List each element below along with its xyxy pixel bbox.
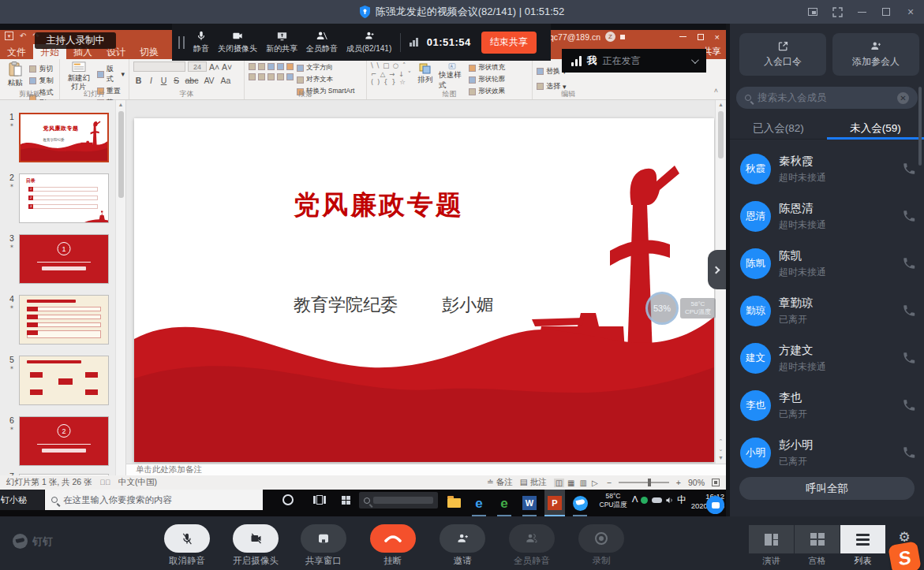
language-indicator[interactable]: 中文(中国) bbox=[118, 477, 157, 488]
camera-on-button[interactable] bbox=[233, 524, 279, 553]
camera-off-button[interactable]: 关闭摄像头 bbox=[218, 30, 257, 54]
tray-volume-icon[interactable] bbox=[665, 490, 674, 510]
change-case-button[interactable]: Aa bbox=[219, 76, 233, 85]
participant-row[interactable]: 秋霞 秦秋霞超时未接通 bbox=[740, 145, 916, 192]
tab-not-joined[interactable]: 未入会(59) bbox=[827, 117, 924, 139]
collapse-ribbon-icon[interactable]: ˄ bbox=[714, 87, 718, 95]
hang-up-button[interactable] bbox=[370, 524, 416, 553]
zoom-slider[interactable] bbox=[619, 482, 669, 483]
spellcheck-icon[interactable]: ✓⃞ bbox=[100, 479, 111, 486]
slide-thumbnail-7[interactable] bbox=[19, 474, 109, 475]
undo-icon[interactable]: ↶ bbox=[20, 32, 26, 40]
fit-to-window-icon[interactable] bbox=[712, 479, 720, 486]
pip-mode-icon[interactable] bbox=[807, 6, 818, 17]
tray-expand-icon[interactable]: ˄ bbox=[631, 490, 638, 510]
shape-fill-button[interactable]: 形状填充 bbox=[469, 63, 505, 73]
tab-joined[interactable]: 已入会(82) bbox=[730, 117, 827, 139]
participant-row[interactable]: 勤琼 章勤琼已离开 bbox=[740, 287, 916, 334]
align-controls[interactable] bbox=[249, 73, 294, 80]
cut-button[interactable]: 剪切 bbox=[29, 64, 55, 74]
participant-scrollbar[interactable] bbox=[918, 87, 922, 166]
align-text-button[interactable]: 对齐文本 bbox=[297, 75, 354, 84]
arrange-button[interactable]: 排列 bbox=[415, 61, 436, 91]
strikethrough-button[interactable]: S bbox=[171, 76, 181, 85]
dingtalk-taskbar-icon[interactable] bbox=[570, 490, 590, 516]
slide-thumbnail-6[interactable]: 2 bbox=[19, 416, 109, 466]
mute-button[interactable]: 静音 bbox=[193, 30, 209, 54]
word-icon[interactable]: W bbox=[519, 490, 540, 516]
add-participant-button[interactable]: 添加参会人 bbox=[832, 33, 919, 76]
account-avatar[interactable]: Z bbox=[605, 32, 615, 42]
tray-ime-indicator[interactable]: 中 bbox=[677, 490, 686, 510]
zoom-in-icon[interactable]: + bbox=[676, 478, 681, 487]
layout-button[interactable]: 版式 ▾ bbox=[97, 64, 125, 84]
file-explorer-icon[interactable] bbox=[443, 490, 464, 516]
quick-styles-button[interactable]: A 快速样式 bbox=[439, 61, 466, 91]
ribbon-options-icon[interactable] bbox=[620, 35, 625, 39]
record-button[interactable] bbox=[578, 524, 624, 553]
close-button[interactable]: × bbox=[905, 6, 916, 17]
list-view-button[interactable] bbox=[840, 525, 885, 553]
paste-button[interactable]: 粘贴 bbox=[4, 61, 26, 91]
maximize-button[interactable] bbox=[881, 6, 892, 17]
text-direction-button[interactable]: 文字方向 bbox=[297, 63, 354, 73]
participant-row[interactable]: 建文 方建文超时未接通 bbox=[740, 334, 916, 382]
invite-button[interactable] bbox=[440, 524, 485, 553]
ppt-close-button[interactable]: × bbox=[715, 32, 720, 42]
unmute-button[interactable] bbox=[164, 524, 210, 553]
bullets-controls[interactable] bbox=[249, 63, 294, 70]
app-grid-button[interactable] bbox=[335, 490, 356, 510]
tray-cpu-temp[interactable]: 58°CCPU温度 bbox=[597, 492, 630, 509]
call-icon[interactable] bbox=[902, 351, 916, 365]
notes-toggle[interactable]: ≐ 备注 bbox=[487, 477, 513, 488]
shape-outline-button[interactable]: 形状轮廓 bbox=[469, 75, 505, 84]
clear-search-icon[interactable]: ✕ bbox=[897, 92, 909, 104]
slide-canvas[interactable]: 党风廉政专题 教育学院纪委彭小媚 bbox=[134, 118, 714, 462]
drag-handle[interactable] bbox=[178, 36, 185, 49]
call-icon[interactable] bbox=[902, 209, 916, 223]
font-size-select[interactable]: 24 bbox=[188, 61, 207, 72]
fullscreen-icon[interactable] bbox=[832, 6, 843, 17]
slide-thumbnail-2[interactable]: 目录 1 2 3 bbox=[19, 173, 109, 223]
participant-row[interactable]: 恩清 陈恩清超时未接通 bbox=[740, 192, 916, 240]
tray-antivirus-icon[interactable] bbox=[641, 490, 648, 510]
meeting-floating-toolbar[interactable]: 静音 关闭摄像头 新的共享 全员静音 成员(82/141) 01:51:54 结… bbox=[172, 24, 551, 61]
tab-animations[interactable]: 动画 bbox=[166, 44, 172, 59]
notes-placeholder[interactable]: 单击此处添加备注 bbox=[126, 464, 726, 475]
grid-view-button[interactable] bbox=[795, 525, 840, 553]
underline-button[interactable]: U bbox=[159, 76, 169, 85]
join-code-button[interactable]: 入会口令 bbox=[739, 33, 826, 76]
search-members-input[interactable]: 搜索未入会成员 ✕ bbox=[736, 87, 918, 109]
font-name-select[interactable] bbox=[133, 61, 185, 72]
taskbar-widget[interactable] bbox=[359, 492, 438, 509]
cortana-button[interactable] bbox=[278, 490, 298, 510]
new-slide-button[interactable]: 新建幻灯片 bbox=[64, 61, 94, 91]
call-icon[interactable] bbox=[902, 445, 916, 460]
edge-browser-icon[interactable]: e bbox=[469, 490, 489, 516]
tab-file[interactable]: 文件 bbox=[0, 44, 33, 59]
task-view-button[interactable] bbox=[309, 490, 330, 510]
view-mode-buttons[interactable]: ◫▦▥▷ bbox=[554, 479, 600, 487]
shadow-button[interactable]: abc bbox=[184, 76, 200, 85]
shapes-gallery[interactable]: \ \ □ ○ ˄⌐ △ → ↓ ˅( ) { } ☆ bbox=[371, 61, 412, 91]
participant-row[interactable]: 李也 李也已离开 bbox=[740, 382, 916, 429]
dingtalk-floating-bubble[interactable] bbox=[706, 496, 724, 514]
mute-all-button[interactable]: 全员静音 bbox=[306, 30, 338, 54]
slide-thumbnail-1[interactable]: 党风廉政专题 教育学院纪委 bbox=[19, 113, 109, 162]
expand-video-panel-button[interactable] bbox=[708, 250, 726, 289]
char-spacing-button[interactable]: AV bbox=[202, 76, 216, 85]
zoom-level[interactable]: 90% bbox=[688, 478, 705, 487]
participant-row[interactable]: 小明 彭小明已离开 bbox=[740, 429, 916, 476]
chevron-down-icon[interactable] bbox=[691, 56, 699, 64]
ppt-restore-button[interactable] bbox=[698, 34, 704, 40]
tab-transitions[interactable]: 切换 bbox=[133, 44, 166, 59]
thumbnail-scrollbar[interactable]: ▲ bbox=[115, 100, 125, 475]
call-all-button[interactable]: 呼叫全部 bbox=[739, 477, 915, 500]
call-icon[interactable] bbox=[902, 162, 916, 176]
italic-button[interactable]: I bbox=[146, 76, 156, 85]
slide-thumbnail-3[interactable]: 1 bbox=[19, 234, 109, 284]
call-icon[interactable] bbox=[902, 304, 916, 318]
comments-toggle[interactable]: ▤ 批注 bbox=[520, 477, 547, 488]
green-browser-icon[interactable]: e bbox=[494, 490, 514, 516]
save-icon[interactable]: ▾ bbox=[5, 32, 13, 40]
